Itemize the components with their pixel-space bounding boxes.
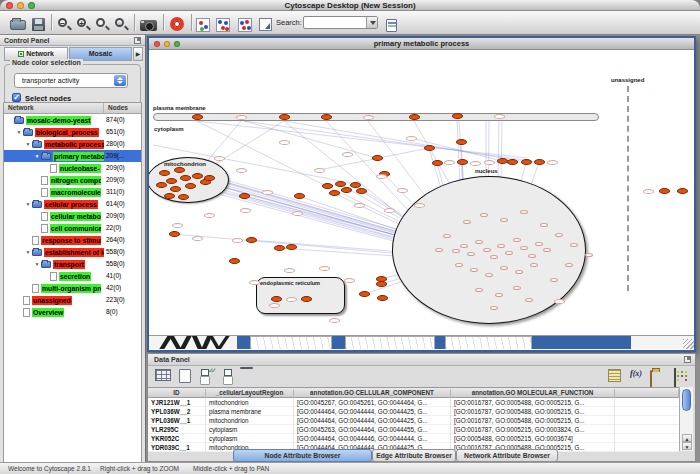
network-node[interactable] <box>409 114 420 120</box>
network-node[interactable] <box>475 288 483 292</box>
float-panel-icon[interactable] <box>134 37 141 44</box>
window-edge[interactable] <box>445 336 532 349</box>
select-nodes-checkbox[interactable]: ✓ <box>12 93 21 102</box>
float-panel-icon[interactable] <box>684 356 691 363</box>
tree-item[interactable]: ▼transport558(0) <box>4 258 141 270</box>
network-node[interactable] <box>156 182 167 188</box>
network-node[interactable] <box>174 167 185 173</box>
window-edge[interactable] <box>345 336 435 349</box>
network-node[interactable] <box>585 253 593 257</box>
table-row[interactable]: YPL036W__2plasma membrane[GO:0044464, GO… <box>148 407 679 416</box>
close-window-button[interactable] <box>6 2 13 9</box>
search-input[interactable] <box>303 16 378 29</box>
network-node[interactable] <box>528 254 536 258</box>
network-node[interactable] <box>432 160 443 166</box>
network-node[interactable] <box>457 159 468 165</box>
network-node[interactable] <box>452 249 460 253</box>
tree-item[interactable]: ▼establishment of lo558(0) <box>4 246 141 258</box>
plugin-network-button-1[interactable] <box>196 14 216 32</box>
tree-expand-icon[interactable]: ▼ <box>33 258 41 270</box>
column-header-molecular-function[interactable]: annotation.GO MOLECULAR_FUNCTION <box>451 389 615 398</box>
column-header-id[interactable]: ID <box>148 389 206 398</box>
tree-item[interactable]: ▼primary metabo209(... <box>4 150 141 162</box>
network-node[interactable] <box>570 243 578 247</box>
snapshot-button[interactable] <box>140 14 160 32</box>
table-row[interactable]: YLR295Ccytoplasm[GO:0045263, GO:0044464,… <box>148 425 679 434</box>
network-node[interactable] <box>507 159 518 165</box>
network-node[interactable] <box>534 159 545 165</box>
close-view-button[interactable] <box>154 41 160 47</box>
resize-grip-icon[interactable] <box>683 339 694 349</box>
zoom-window-button[interactable] <box>28 2 35 9</box>
network-node[interactable] <box>321 114 332 120</box>
tree-item[interactable]: cell communicat22(0) <box>4 222 141 234</box>
scrollbar-thumb[interactable] <box>682 389 691 411</box>
network-node[interactable] <box>495 293 503 297</box>
network-node[interactable] <box>350 182 361 188</box>
network-node[interactable] <box>279 114 290 120</box>
network-node[interactable] <box>376 281 387 287</box>
zoom-out-button[interactable]: − <box>57 14 77 32</box>
network-node[interactable] <box>515 270 523 274</box>
network-node[interactable] <box>490 306 498 310</box>
tab-network-attribute-browser[interactable]: Network Attribute Browser <box>456 449 558 462</box>
window-edge[interactable] <box>435 336 445 349</box>
column-header-region[interactable]: _cellularLayoutRegion <box>206 389 294 398</box>
network-node[interactable] <box>185 183 196 189</box>
tree-item[interactable]: secretion41(0) <box>4 270 141 282</box>
attribute-matrix-button[interactable] <box>155 369 175 386</box>
network-node[interactable] <box>540 223 548 227</box>
zoom-selected-button[interactable]: ▫ <box>114 14 134 32</box>
cascaded-windows-strip[interactable] <box>149 335 694 349</box>
network-node[interactable] <box>520 246 528 250</box>
delete-attribute-button[interactable] <box>241 369 261 386</box>
network-node[interactable] <box>470 268 478 272</box>
network-node[interactable] <box>192 114 203 120</box>
network-node[interactable] <box>520 210 528 214</box>
network-node[interactable] <box>525 298 533 302</box>
network-node[interactable] <box>159 170 170 176</box>
network-canvas[interactable]: plasma membrane cytoplasm mitochondrion … <box>149 50 694 335</box>
network-node[interactable] <box>456 139 467 145</box>
network-node[interactable] <box>485 273 493 277</box>
network-node[interactable] <box>530 263 538 267</box>
network-node[interactable] <box>463 220 471 224</box>
help-button[interactable] <box>170 14 190 32</box>
network-node[interactable] <box>170 186 181 192</box>
network-node[interactable] <box>377 295 388 301</box>
network-node[interactable] <box>443 234 451 238</box>
import-attributes-button[interactable] <box>650 369 670 386</box>
network-node[interactable] <box>192 173 203 179</box>
plugin-network-button-2[interactable] <box>216 14 236 32</box>
network-view-titlebar[interactable]: primary metabolic process <box>149 38 694 50</box>
network-node[interactable] <box>565 263 573 267</box>
network-node[interactable] <box>166 178 177 184</box>
window-titlebar[interactable]: Cytoscape Desktop (New Session) <box>0 0 700 11</box>
network-node[interactable] <box>455 263 463 267</box>
table-row[interactable]: YKR052Ccytoplasm[GO:0044464, GO:0044446,… <box>148 434 679 443</box>
tree-item[interactable]: macromolecule311(0) <box>4 186 141 198</box>
network-node[interactable] <box>497 244 505 248</box>
network-node[interactable] <box>204 175 215 181</box>
network-node[interactable] <box>246 237 257 243</box>
network-node[interactable] <box>435 248 443 252</box>
tree-expand-icon[interactable]: ▼ <box>24 246 32 258</box>
network-node[interactable] <box>467 252 475 256</box>
network-node[interactable] <box>274 245 285 251</box>
scroll-up-icon[interactable]: ▲ <box>682 434 692 442</box>
search-options-button[interactable] <box>386 14 406 32</box>
open-file-button[interactable] <box>10 14 30 32</box>
network-node[interactable] <box>294 193 305 199</box>
plasma-membrane-region[interactable] <box>153 113 599 121</box>
select-attributes-button[interactable] <box>201 369 221 386</box>
network-node[interactable] <box>513 286 521 290</box>
tree-item[interactable]: cellular metabol209(0) <box>4 210 141 222</box>
network-node[interactable] <box>659 188 670 194</box>
node-color-dropdown[interactable]: transporter activity <box>14 73 128 88</box>
network-node[interactable] <box>555 233 563 237</box>
zoom-view-button[interactable] <box>174 41 180 47</box>
network-node[interactable] <box>677 188 688 194</box>
network-node[interactable] <box>460 244 468 248</box>
tree-item[interactable]: ▼cellular process614(0) <box>4 198 141 210</box>
table-row[interactable]: YJR121W__1mitochondrion[GO:0045267, GO:0… <box>148 398 679 407</box>
